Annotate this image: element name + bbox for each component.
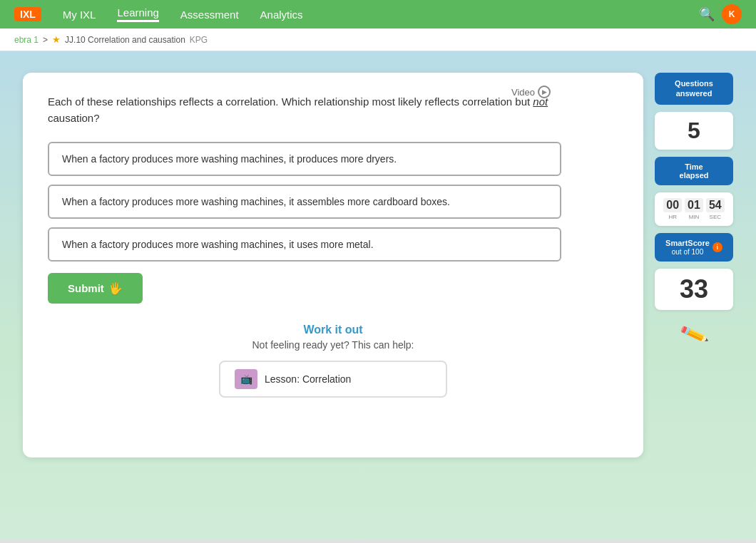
- main-area: Video ▶ Each of these relationships refl…: [0, 51, 756, 540]
- nav-assessment[interactable]: Assessment: [180, 9, 239, 21]
- work-it-out-section: Work it out Not feeling ready yet? This …: [48, 324, 618, 398]
- nav-my-ixl[interactable]: My IXL: [63, 9, 96, 21]
- breadcrumb-course[interactable]: ebra 1: [14, 35, 39, 45]
- submit-label: Submit: [68, 282, 104, 294]
- time-min: 01: [685, 198, 703, 212]
- score-box: 33: [655, 269, 733, 310]
- smartscore-box: SmartScoreout of 100 i: [655, 233, 733, 262]
- question-text-part2: causation?: [48, 112, 100, 124]
- time-hr: 00: [663, 198, 682, 212]
- info-icon[interactable]: i: [712, 242, 722, 252]
- nav-learning[interactable]: Learning: [117, 6, 158, 22]
- video-label: Video: [511, 87, 535, 98]
- question-text: Each of these relationships reflects a c…: [48, 94, 561, 126]
- work-it-out-subtitle: Not feeling ready yet? This can help:: [48, 339, 618, 351]
- time-elapsed-label: Timeelapsed: [680, 162, 709, 180]
- breadcrumb-lesson: JJ.10 Correlation and causation: [65, 35, 185, 45]
- search-icon[interactable]: 🔍: [699, 6, 715, 22]
- answer-option-b[interactable]: When a factory produces more washing mac…: [48, 185, 561, 219]
- question-text-part1: Each of these relationships reflects a c…: [48, 95, 533, 108]
- answer-option-a[interactable]: When a factory produces more washing mac…: [48, 142, 561, 176]
- smart-score-value: 33: [680, 274, 708, 304]
- pencil-icon: ✏️: [678, 319, 710, 350]
- time-hr-label: HR: [663, 214, 682, 220]
- time-unit-sec: 54 SEC: [706, 198, 725, 220]
- questions-answered-label: Questionsanswered: [675, 79, 713, 98]
- video-link[interactable]: Video ▶: [511, 86, 551, 98]
- time-sec-label: SEC: [706, 214, 725, 220]
- play-icon: ▶: [538, 86, 551, 98]
- cursor-icon: 🖐: [108, 281, 123, 295]
- ixl-logo: IXL: [14, 7, 41, 21]
- questions-count: 5: [688, 118, 700, 143]
- question-card: Video ▶ Each of these relationships refl…: [23, 73, 643, 457]
- pencil-icon-area: ✏️: [655, 323, 733, 346]
- nav-analytics[interactable]: Analytics: [260, 9, 303, 21]
- time-unit-hr: 00 HR: [663, 198, 682, 220]
- time-min-label: MIN: [685, 214, 703, 220]
- time-elapsed-box: Timeelapsed: [655, 157, 733, 185]
- submit-button[interactable]: Submit 🖐: [48, 273, 143, 304]
- questions-count-box: 5: [655, 112, 733, 150]
- breadcrumb: ebra 1 > ★ JJ.10 Correlation and causati…: [0, 29, 756, 51]
- breadcrumb-tag: KPG: [190, 35, 208, 45]
- star-icon: ★: [52, 34, 61, 45]
- answer-option-c[interactable]: When a factory produces more washing mac…: [48, 227, 561, 262]
- smartscore-sublabel: out of 100: [672, 248, 703, 256]
- time-sec: 54: [706, 198, 725, 212]
- lesson-link-label: Lesson: Correlation: [265, 373, 351, 385]
- time-display: 00 HR 01 MIN 54 SEC: [655, 192, 733, 226]
- lesson-icon: 📺: [235, 369, 257, 389]
- lesson-link[interactable]: 📺 Lesson: Correlation: [219, 361, 447, 398]
- top-navigation: IXL My IXL Learning Assessment Analytics…: [0, 0, 756, 29]
- sidebar: Questionsanswered 5 Timeelapsed 00 HR 01…: [655, 73, 733, 346]
- user-avatar[interactable]: K: [722, 4, 742, 24]
- questions-answered-box: Questionsanswered: [655, 73, 733, 105]
- time-unit-min: 01 MIN: [685, 198, 703, 220]
- smartscore-label: SmartScoreout of 100: [665, 239, 710, 256]
- work-it-out-title: Work it out: [48, 324, 618, 336]
- breadcrumb-separator: >: [43, 35, 48, 45]
